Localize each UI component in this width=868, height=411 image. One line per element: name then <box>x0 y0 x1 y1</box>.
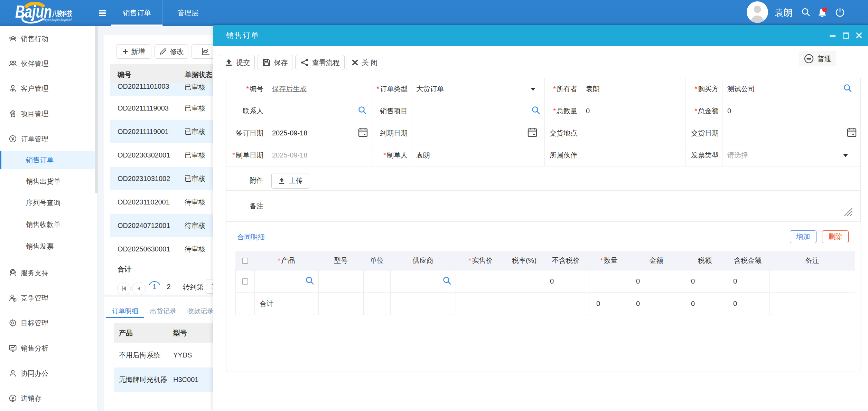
svg-text:Anyone,Anytime,Anywhere!: Anyone,Anytime,Anywhere! <box>44 18 72 22</box>
svg-text:八骏科技: 八骏科技 <box>52 9 72 17</box>
